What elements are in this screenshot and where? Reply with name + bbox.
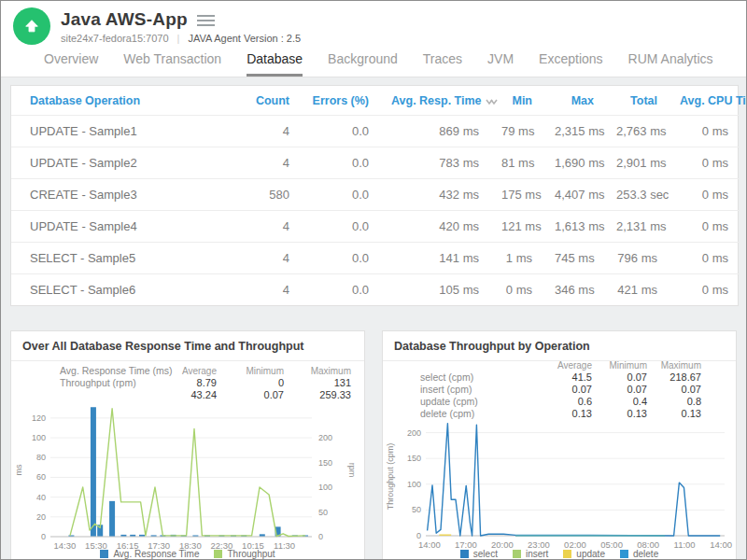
table-cell: 432 ms bbox=[380, 179, 490, 211]
table-row[interactable]: SELECT - Sample640.0105 ms0 ms346 ms421 … bbox=[11, 274, 740, 306]
stat-col-header: Maximum bbox=[647, 359, 701, 371]
stat-value: 41.5 bbox=[514, 371, 592, 384]
column-header-avg-cpu-time[interactable]: Avg. CPU Time bbox=[669, 86, 740, 116]
charts-row: Over All Database Response Time and Thro… bbox=[10, 330, 737, 560]
sort-desc-icon bbox=[486, 99, 498, 105]
svg-text:Throughput (cpm): Throughput (cpm) bbox=[386, 443, 395, 511]
table-cell: 0 ms bbox=[669, 274, 740, 306]
table-cell: 4 bbox=[226, 243, 301, 274]
legend-item-insert[interactable]: insert bbox=[513, 549, 548, 559]
table-cell: 346 ms bbox=[543, 274, 605, 306]
table-cell: 175 ms bbox=[490, 179, 543, 211]
column-header-total[interactable]: Total bbox=[605, 86, 669, 116]
throughput-by-operation-card: Database Throughput by Operation Average… bbox=[382, 330, 737, 560]
table-cell: 0 ms bbox=[669, 116, 740, 147]
subtitle-divider: | bbox=[177, 33, 180, 44]
page-title: Java AWS-App bbox=[61, 9, 188, 30]
table-header-row: Database OperationCountErrors (%)Avg. Re… bbox=[11, 86, 740, 116]
stat-value: 0.07 bbox=[592, 371, 647, 384]
stat-row-label: Throughput (rpm) bbox=[60, 377, 174, 389]
legend-swatch-icon bbox=[620, 550, 628, 558]
operation-name-cell: UPDATE - Sample4 bbox=[11, 211, 226, 243]
tab-exceptions[interactable]: Exceptions bbox=[539, 51, 602, 77]
table-body: UPDATE - Sample140.0869 ms79 ms2,315 ms2… bbox=[11, 116, 740, 306]
table-cell: 0.0 bbox=[301, 274, 380, 306]
stat-value: 218.67 bbox=[647, 371, 701, 384]
svg-text:50: 50 bbox=[412, 505, 421, 514]
chart-title: Over All Database Response Time and Thro… bbox=[11, 331, 364, 361]
table-cell: 745 ms bbox=[543, 243, 605, 274]
table-cell: 1,690 ms bbox=[543, 147, 605, 179]
column-header-errors-[interactable]: Errors (%) bbox=[301, 86, 380, 116]
legend-label: Throughput bbox=[227, 549, 275, 559]
legend-label: select bbox=[473, 549, 498, 559]
tab-web-transaction[interactable]: Web Transaction bbox=[123, 51, 221, 77]
legend-item-throughput[interactable]: Throughput bbox=[214, 549, 275, 559]
operation-name-cell: SELECT - Sample5 bbox=[11, 243, 226, 274]
tab-rum-analytics[interactable]: RUM Analytics bbox=[628, 51, 713, 77]
svg-text:120: 120 bbox=[32, 413, 46, 423]
table-cell: 141 ms bbox=[380, 243, 490, 274]
table-row[interactable]: CREATE - Sample35800.0432 ms175 ms4,407 … bbox=[11, 179, 740, 211]
stat-value: 0.4 bbox=[592, 396, 647, 408]
legend-item-select[interactable]: select bbox=[460, 549, 498, 559]
legend-label: Avg. Response Time bbox=[113, 549, 199, 559]
column-header-database-operation[interactable]: Database Operation bbox=[11, 86, 226, 116]
table-cell: 81 ms bbox=[490, 147, 543, 179]
svg-text:100: 100 bbox=[318, 483, 332, 492]
svg-text:rpm: rpm bbox=[347, 463, 357, 478]
tab-bar: OverviewWeb TransactionDatabaseBackgroun… bbox=[1, 51, 746, 77]
table-cell: 4 bbox=[226, 274, 301, 306]
legend-swatch-icon bbox=[460, 550, 469, 558]
tab-database[interactable]: Database bbox=[247, 51, 303, 77]
legend-item-avg-response-time[interactable]: Avg. Response Time bbox=[100, 549, 199, 559]
table-cell: 4,407 ms bbox=[543, 179, 605, 211]
table-cell: 4 bbox=[226, 211, 301, 243]
agent-version: JAVA Agent Version : 2.5 bbox=[188, 33, 301, 44]
stat-row-label: select (cpm) bbox=[420, 371, 514, 384]
column-header-max[interactable]: Max bbox=[543, 86, 605, 116]
response-throughput-chart: 02040608010012005010015020014:3015:3016:… bbox=[11, 399, 365, 553]
svg-text:200: 200 bbox=[318, 433, 332, 442]
tab-overview[interactable]: Overview bbox=[44, 51, 98, 77]
stat-col-header: Average bbox=[174, 365, 217, 377]
table-row[interactable]: SELECT - Sample540.0141 ms1 ms745 ms796 … bbox=[11, 243, 740, 274]
response-throughput-card: Over All Database Response Time and Thro… bbox=[10, 330, 365, 560]
tab-traces[interactable]: Traces bbox=[423, 51, 462, 77]
table-cell: 0 ms bbox=[669, 211, 740, 243]
column-header-count[interactable]: Count bbox=[226, 86, 301, 116]
throughput-by-operation-stats: AverageMinimumMaximumselect (cpm)41.50.0… bbox=[420, 359, 701, 420]
column-header-avg-resp-time[interactable]: Avg. Resp. Time bbox=[380, 86, 490, 116]
app-subtitle: site24x7-fedora15:7070 | JAVA Agent Vers… bbox=[61, 33, 301, 44]
stat-col-header: Minimum bbox=[592, 359, 647, 371]
app-status-icon bbox=[13, 7, 50, 45]
svg-text:20: 20 bbox=[36, 512, 46, 522]
table-cell: 0 ms bbox=[669, 243, 740, 274]
stat-value: 0.07 bbox=[647, 384, 701, 396]
stat-col-header: Minimum bbox=[217, 365, 284, 377]
tab-background[interactable]: Background bbox=[328, 51, 398, 77]
table-cell: 1,613 ms bbox=[543, 211, 605, 243]
column-header-min[interactable]: Min bbox=[490, 86, 543, 116]
legend-item-update[interactable]: update bbox=[563, 549, 605, 559]
table-cell: 121 ms bbox=[490, 211, 543, 243]
table-row[interactable]: UPDATE - Sample440.0420 ms121 ms1,613 ms… bbox=[11, 211, 740, 243]
arrow-up-icon bbox=[23, 18, 40, 35]
table-row[interactable]: UPDATE - Sample240.0783 ms81 ms1,690 ms2… bbox=[11, 147, 740, 179]
legend-item-delete[interactable]: delete bbox=[620, 549, 658, 559]
stat-row-label bbox=[420, 359, 514, 371]
tab-jvm[interactable]: JVM bbox=[487, 51, 514, 77]
stat-col-header: Maximum bbox=[284, 365, 351, 377]
table-row[interactable]: UPDATE - Sample140.0869 ms79 ms2,315 ms2… bbox=[11, 116, 740, 147]
table-cell: 2,315 ms bbox=[543, 116, 605, 147]
table-cell: 4 bbox=[226, 116, 301, 147]
table-cell: 79 ms bbox=[490, 116, 543, 147]
table-cell: 0.0 bbox=[301, 147, 380, 179]
stat-value: 0.07 bbox=[514, 384, 592, 396]
stat-value: 8.79 bbox=[174, 377, 217, 389]
legend-swatch-icon bbox=[100, 550, 108, 558]
svg-text:100: 100 bbox=[407, 480, 421, 489]
menu-icon[interactable] bbox=[197, 13, 215, 26]
table-cell: 1 ms bbox=[490, 243, 543, 274]
table-cell: 869 ms bbox=[380, 116, 490, 147]
